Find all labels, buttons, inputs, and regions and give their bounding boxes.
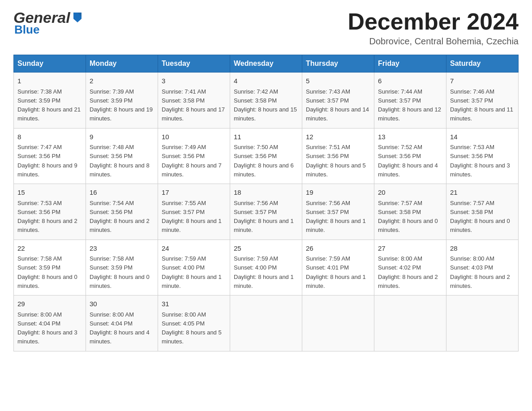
calendar-cell: 13 Sunrise: 7:52 AMSunset: 3:56 PMDaylig… xyxy=(374,128,446,184)
day-number: 28 xyxy=(450,244,515,254)
day-number: 2 xyxy=(90,76,154,86)
day-number: 15 xyxy=(17,188,82,198)
day-number: 19 xyxy=(306,188,370,198)
day-number: 6 xyxy=(378,76,442,86)
calendar-cell xyxy=(374,295,446,351)
day-number: 3 xyxy=(162,76,226,86)
day-info: Sunrise: 7:59 AMSunset: 4:00 PMDaylight:… xyxy=(162,255,222,289)
day-number: 9 xyxy=(90,132,154,142)
day-number: 13 xyxy=(378,132,442,142)
calendar-cell: 27 Sunrise: 8:00 AMSunset: 4:02 PMDaylig… xyxy=(374,240,446,295)
column-header-friday: Friday xyxy=(374,55,446,73)
day-number: 30 xyxy=(90,299,154,309)
calendar-cell: 10 Sunrise: 7:49 AMSunset: 3:56 PMDaylig… xyxy=(158,128,230,184)
calendar-cell: 20 Sunrise: 7:57 AMSunset: 3:58 PMDaylig… xyxy=(374,184,446,240)
day-info: Sunrise: 7:56 AMSunset: 3:57 PMDaylight:… xyxy=(234,200,294,234)
week-row-2: 8 Sunrise: 7:47 AMSunset: 3:56 PMDayligh… xyxy=(14,128,519,184)
page-header: General Blue December 2024 Dobrovice, Ce… xyxy=(13,9,519,47)
calendar-cell: 14 Sunrise: 7:53 AMSunset: 3:56 PMDaylig… xyxy=(446,128,519,184)
day-info: Sunrise: 7:58 AMSunset: 3:59 PMDaylight:… xyxy=(90,255,150,289)
day-number: 11 xyxy=(234,132,298,142)
column-header-saturday: Saturday xyxy=(446,55,519,73)
day-number: 1 xyxy=(17,76,82,86)
calendar-cell: 6 Sunrise: 7:44 AMSunset: 3:57 PMDayligh… xyxy=(374,73,446,128)
day-number: 17 xyxy=(162,188,226,198)
day-number: 29 xyxy=(17,299,82,309)
calendar-header-row: SundayMondayTuesdayWednesdayThursdayFrid… xyxy=(14,55,519,73)
column-header-thursday: Thursday xyxy=(302,55,374,73)
day-info: Sunrise: 7:39 AMSunset: 3:59 PMDaylight:… xyxy=(90,88,153,122)
day-info: Sunrise: 7:43 AMSunset: 3:57 PMDaylight:… xyxy=(306,88,369,122)
day-number: 21 xyxy=(450,188,515,198)
day-number: 16 xyxy=(90,188,154,198)
calendar-cell xyxy=(302,295,374,351)
day-number: 26 xyxy=(306,244,370,254)
calendar-cell: 28 Sunrise: 8:00 AMSunset: 4:03 PMDaylig… xyxy=(446,240,519,295)
day-info: Sunrise: 7:51 AMSunset: 3:56 PMDaylight:… xyxy=(306,144,366,178)
calendar-cell: 2 Sunrise: 7:39 AMSunset: 3:59 PMDayligh… xyxy=(86,73,158,128)
day-number: 7 xyxy=(450,76,515,86)
calendar-cell: 25 Sunrise: 7:59 AMSunset: 4:00 PMDaylig… xyxy=(230,240,302,295)
calendar-cell: 17 Sunrise: 7:55 AMSunset: 3:57 PMDaylig… xyxy=(158,184,230,240)
day-info: Sunrise: 7:59 AMSunset: 4:01 PMDaylight:… xyxy=(306,255,366,289)
day-info: Sunrise: 7:53 AMSunset: 3:56 PMDaylight:… xyxy=(17,200,77,234)
day-info: Sunrise: 7:44 AMSunset: 3:57 PMDaylight:… xyxy=(378,88,441,122)
column-header-tuesday: Tuesday xyxy=(158,55,230,73)
column-header-monday: Monday xyxy=(86,55,158,73)
calendar-cell: 30 Sunrise: 8:00 AMSunset: 4:04 PMDaylig… xyxy=(86,295,158,351)
day-info: Sunrise: 7:59 AMSunset: 4:00 PMDaylight:… xyxy=(234,255,294,289)
calendar-cell: 18 Sunrise: 7:56 AMSunset: 3:57 PMDaylig… xyxy=(230,184,302,240)
day-info: Sunrise: 7:41 AMSunset: 3:58 PMDaylight:… xyxy=(162,88,225,122)
day-info: Sunrise: 8:00 AMSunset: 4:04 PMDaylight:… xyxy=(90,311,150,345)
calendar-cell: 29 Sunrise: 8:00 AMSunset: 4:04 PMDaylig… xyxy=(14,295,86,351)
calendar-cell: 8 Sunrise: 7:47 AMSunset: 3:56 PMDayligh… xyxy=(14,128,86,184)
calendar-cell: 21 Sunrise: 7:57 AMSunset: 3:58 PMDaylig… xyxy=(446,184,519,240)
day-number: 22 xyxy=(17,244,82,254)
day-number: 4 xyxy=(234,76,298,86)
day-info: Sunrise: 7:55 AMSunset: 3:57 PMDaylight:… xyxy=(162,200,222,234)
calendar-cell: 23 Sunrise: 7:58 AMSunset: 3:59 PMDaylig… xyxy=(86,240,158,295)
day-info: Sunrise: 7:57 AMSunset: 3:58 PMDaylight:… xyxy=(450,200,510,234)
calendar-cell: 1 Sunrise: 7:38 AMSunset: 3:59 PMDayligh… xyxy=(14,73,86,128)
day-number: 23 xyxy=(90,244,154,254)
day-number: 27 xyxy=(378,244,442,254)
day-number: 24 xyxy=(162,244,226,254)
calendar-table: SundayMondayTuesdayWednesdayThursdayFrid… xyxy=(13,55,519,351)
calendar-cell: 7 Sunrise: 7:46 AMSunset: 3:57 PMDayligh… xyxy=(446,73,519,128)
day-info: Sunrise: 7:53 AMSunset: 3:56 PMDaylight:… xyxy=(450,144,510,178)
day-info: Sunrise: 7:46 AMSunset: 3:57 PMDaylight:… xyxy=(450,88,513,122)
column-header-sunday: Sunday xyxy=(14,55,86,73)
calendar-cell: 19 Sunrise: 7:56 AMSunset: 3:57 PMDaylig… xyxy=(302,184,374,240)
day-info: Sunrise: 7:42 AMSunset: 3:58 PMDaylight:… xyxy=(234,88,297,122)
day-info: Sunrise: 7:56 AMSunset: 3:57 PMDaylight:… xyxy=(306,200,366,234)
week-row-5: 29 Sunrise: 8:00 AMSunset: 4:04 PMDaylig… xyxy=(14,295,519,351)
day-number: 31 xyxy=(162,299,226,309)
calendar-cell: 3 Sunrise: 7:41 AMSunset: 3:58 PMDayligh… xyxy=(158,73,230,128)
logo-area: General Blue xyxy=(13,9,84,37)
day-info: Sunrise: 7:52 AMSunset: 3:56 PMDaylight:… xyxy=(378,144,438,178)
day-info: Sunrise: 8:00 AMSunset: 4:05 PMDaylight:… xyxy=(162,311,222,345)
calendar-cell: 5 Sunrise: 7:43 AMSunset: 3:57 PMDayligh… xyxy=(302,73,374,128)
day-info: Sunrise: 7:48 AMSunset: 3:56 PMDaylight:… xyxy=(90,144,150,178)
calendar-cell: 15 Sunrise: 7:53 AMSunset: 3:56 PMDaylig… xyxy=(14,184,86,240)
column-header-wednesday: Wednesday xyxy=(230,55,302,73)
day-number: 12 xyxy=(306,132,370,142)
week-row-3: 15 Sunrise: 7:53 AMSunset: 3:56 PMDaylig… xyxy=(14,184,519,240)
week-row-1: 1 Sunrise: 7:38 AMSunset: 3:59 PMDayligh… xyxy=(14,73,519,128)
title-area: December 2024 Dobrovice, Central Bohemia… xyxy=(348,9,519,47)
day-info: Sunrise: 7:38 AMSunset: 3:59 PMDaylight:… xyxy=(17,88,81,122)
day-info: Sunrise: 7:57 AMSunset: 3:58 PMDaylight:… xyxy=(378,200,438,234)
calendar-cell: 11 Sunrise: 7:50 AMSunset: 3:56 PMDaylig… xyxy=(230,128,302,184)
day-info: Sunrise: 7:54 AMSunset: 3:56 PMDaylight:… xyxy=(90,200,150,234)
calendar-cell: 16 Sunrise: 7:54 AMSunset: 3:56 PMDaylig… xyxy=(86,184,158,240)
day-number: 14 xyxy=(450,132,515,142)
day-number: 18 xyxy=(234,188,298,198)
day-number: 5 xyxy=(306,76,370,86)
day-info: Sunrise: 8:00 AMSunset: 4:03 PMDaylight:… xyxy=(450,255,510,289)
logo-blue-text: Blue xyxy=(14,23,39,37)
day-info: Sunrise: 8:00 AMSunset: 4:04 PMDaylight:… xyxy=(17,311,77,345)
calendar-cell: 24 Sunrise: 7:59 AMSunset: 4:00 PMDaylig… xyxy=(158,240,230,295)
day-number: 25 xyxy=(234,244,298,254)
calendar-cell: 9 Sunrise: 7:48 AMSunset: 3:56 PMDayligh… xyxy=(86,128,158,184)
day-info: Sunrise: 7:58 AMSunset: 3:59 PMDaylight:… xyxy=(17,255,77,289)
